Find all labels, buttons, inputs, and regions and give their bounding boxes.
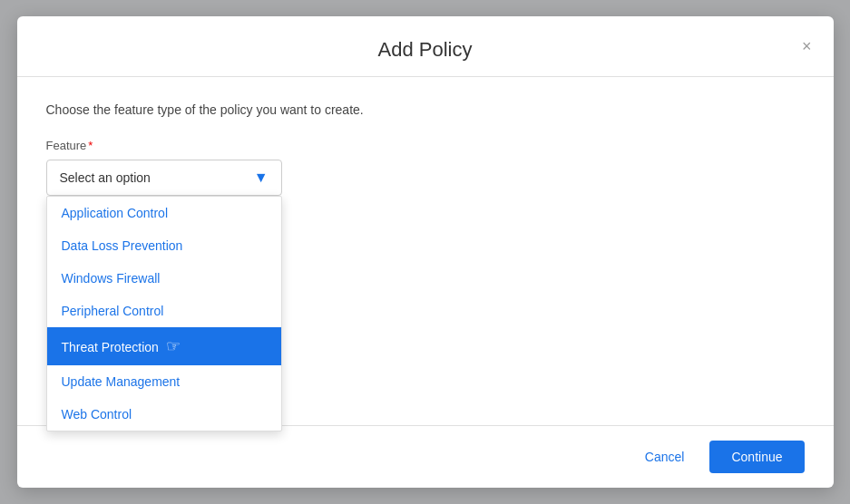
description-text: Choose the feature type of the policy yo… bbox=[46, 102, 805, 117]
modal-header: Add Policy × bbox=[17, 16, 834, 77]
required-indicator: * bbox=[88, 139, 93, 152]
close-button[interactable]: × bbox=[802, 38, 812, 54]
feature-dropdown-menu: Application Control Data Loss Prevention… bbox=[46, 196, 282, 431]
cursor-icon: ☞ bbox=[166, 336, 181, 356]
cancel-button[interactable]: Cancel bbox=[630, 441, 699, 473]
dropdown-item-peripheral-control[interactable]: Peripheral Control bbox=[47, 295, 281, 327]
feature-select-wrapper: Select an option ▼ Application Control D… bbox=[46, 160, 282, 196]
feature-label: Feature* bbox=[46, 139, 805, 152]
dropdown-item-web-control[interactable]: Web Control bbox=[47, 398, 281, 431]
modal-body: Choose the feature type of the policy yo… bbox=[17, 77, 834, 425]
modal-title: Add Policy bbox=[378, 38, 473, 62]
select-value: Select an option bbox=[60, 170, 151, 185]
continue-button[interactable]: Continue bbox=[709, 441, 804, 473]
dropdown-item-update-management[interactable]: Update Management bbox=[47, 365, 281, 398]
dropdown-item-threat-protection[interactable]: Threat Protection ☞ bbox=[47, 327, 281, 365]
modal-overlay: Add Policy × Choose the feature type of … bbox=[0, 0, 850, 504]
dropdown-item-application-control[interactable]: Application Control bbox=[47, 197, 281, 229]
chevron-down-icon: ▼ bbox=[254, 170, 269, 186]
feature-select-button[interactable]: Select an option ▼ bbox=[46, 160, 282, 196]
dropdown-item-windows-firewall[interactable]: Windows Firewall bbox=[47, 262, 281, 295]
dropdown-item-data-loss-prevention[interactable]: Data Loss Prevention bbox=[47, 229, 281, 262]
add-policy-modal: Add Policy × Choose the feature type of … bbox=[17, 16, 834, 488]
modal-footer: Cancel Continue bbox=[17, 425, 834, 488]
